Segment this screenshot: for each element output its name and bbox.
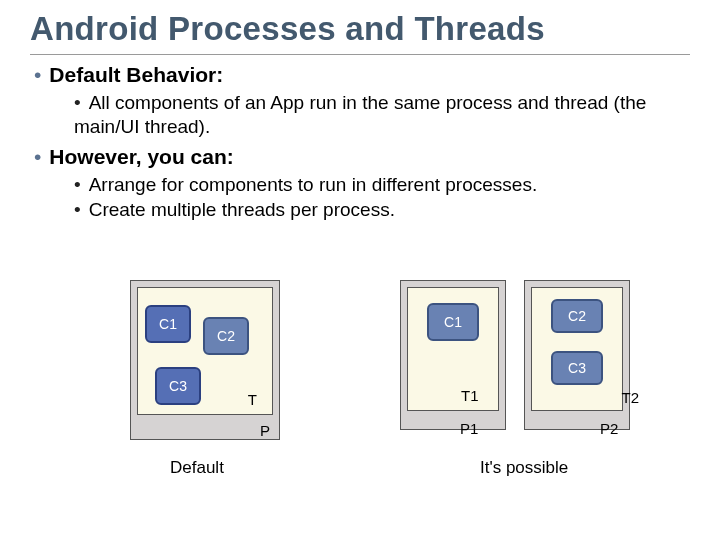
component-c1: C1 — [427, 303, 479, 341]
thread-label-t1: T1 — [461, 387, 479, 404]
process-box-p2: C2 C3 T2 — [524, 280, 630, 430]
diagram-caption: Default — [170, 458, 224, 478]
diagram-area: C1 C2 C3 T P Default C1 T1 P1 C2 C3 T2 P… — [0, 280, 720, 520]
component-c1: C1 — [145, 305, 191, 343]
bullet-text: Default Behavior: — [49, 63, 223, 86]
bullet-list: •Default Behavior: •All components of an… — [30, 63, 690, 222]
bullet-text: All components of an App run in the same… — [74, 92, 646, 137]
process-box: C1 C2 C3 T — [130, 280, 280, 440]
sub-bullet: •Arrange for components to run in differ… — [74, 173, 690, 197]
bullet-text: Create multiple threads per process. — [89, 199, 395, 220]
bullet-icon: • — [34, 145, 41, 168]
sub-bullet: •Create multiple threads per process. — [74, 198, 690, 222]
thread-label: T — [248, 391, 257, 408]
diagram-default: C1 C2 C3 T P Default — [130, 280, 300, 440]
diagram-caption: It's possible — [480, 458, 568, 478]
bullet-icon: • — [74, 174, 81, 195]
bullet-however: •However, you can: — [34, 145, 690, 169]
process-label: P — [260, 422, 270, 439]
component-c2: C2 — [203, 317, 249, 355]
bullet-text: However, you can: — [49, 145, 233, 168]
bullet-default-behavior: •Default Behavior: — [34, 63, 690, 87]
thread-label-t2: T2 — [621, 389, 639, 406]
component-c3: C3 — [551, 351, 603, 385]
sub-bullet: •All components of an App run in the sam… — [74, 91, 690, 139]
component-c2: C2 — [551, 299, 603, 333]
process-box-p1: C1 T1 — [400, 280, 506, 430]
process-label-p2: P2 — [600, 420, 618, 437]
component-c3: C3 — [155, 367, 201, 405]
slide-title: Android Processes and Threads — [30, 10, 690, 55]
bullet-text: Arrange for components to run in differe… — [89, 174, 538, 195]
bullet-icon: • — [74, 92, 81, 113]
bullet-icon: • — [74, 199, 81, 220]
bullet-icon: • — [34, 63, 41, 86]
process-label-p1: P1 — [460, 420, 478, 437]
